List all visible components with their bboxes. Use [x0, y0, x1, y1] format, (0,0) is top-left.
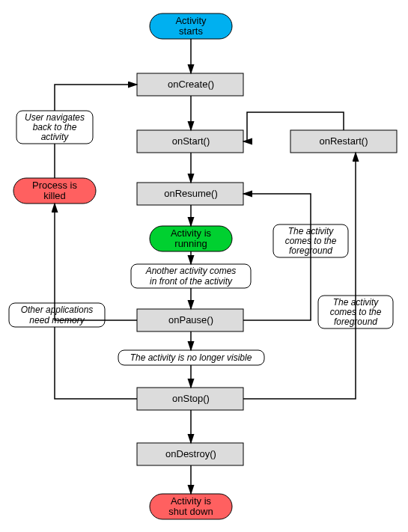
- text-onpause: onPause(): [168, 314, 213, 325]
- text-userback-2: back to the: [33, 122, 77, 132]
- arrow-killed-create-2: [55, 85, 137, 111]
- text-othermem-1: Other applications: [21, 305, 94, 315]
- text-userback-1: User navigates: [25, 112, 85, 123]
- text-onstart: onStart(): [172, 135, 210, 147]
- text-userback-3: activity: [41, 132, 70, 142]
- text-nolonger: The activity is no longer visible: [130, 352, 252, 363]
- text-shutdown-2: shut down: [168, 506, 213, 517]
- text-activity-starts-2: starts: [179, 25, 203, 37]
- text-killed-2: killed: [43, 190, 66, 201]
- text-oncreate: onCreate(): [168, 79, 214, 90]
- text-another-1: Another activity comes: [145, 266, 237, 276]
- text-killed-1: Process is: [32, 180, 77, 191]
- text-activity-starts-1: Activity: [175, 15, 207, 26]
- text-onrestart: onRestart(): [319, 135, 368, 147]
- text-running-1: Activity is: [171, 227, 212, 239]
- text-another-2: in front of the activity: [150, 276, 233, 287]
- text-shutdown-1: Activity is: [171, 495, 212, 507]
- text-onresume: onResume(): [164, 188, 218, 199]
- text-ondestroy: onDestroy(): [165, 448, 216, 459]
- text-onstop: onStop(): [172, 393, 210, 404]
- text-running-2: running: [174, 238, 207, 249]
